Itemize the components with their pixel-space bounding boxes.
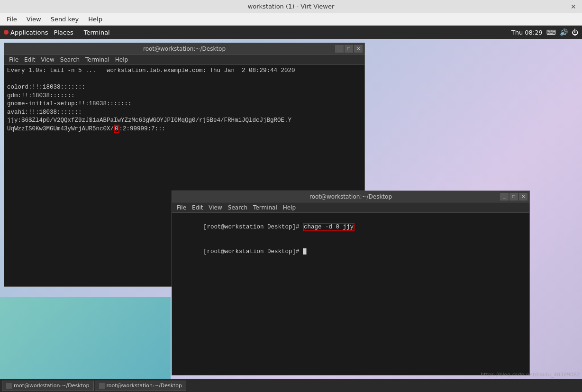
term1-line-7: UqWzzIS0Kw3MGUm43yWrjAUR5nc0X/0:2:99999:… (7, 125, 362, 134)
term1-line-5: avahi:!!:18038::::::: (7, 109, 362, 117)
term1-title-text: root@workstation:~/Desktop (143, 46, 226, 52)
gnome-top-bar: Applications Places Terminal Thu 08:29 ⌨… (0, 26, 582, 39)
power-icon[interactable]: ⏻ (572, 28, 578, 36)
term1-menu-file[interactable]: File (6, 56, 21, 63)
term1-line-6: jjy:$6$Zl4p0/V2QQxfZ9zJ$1aABPaIwYZzMc63g… (7, 117, 362, 125)
term1-line-3: gdm:!!:18038::::::: (7, 92, 362, 100)
term1-menu-search[interactable]: Search (57, 56, 82, 63)
term1-menu-terminal[interactable]: Terminal (82, 56, 112, 63)
term1-last-prefix: UqWzzIS0Kw3MGUm43yWrjAUR5nc0X/ (7, 126, 114, 132)
term1-line-1 (7, 75, 362, 84)
term1-minimize-btn[interactable]: _ (335, 45, 344, 53)
term1-menu-edit[interactable]: Edit (21, 56, 38, 63)
desktop-decoration (0, 297, 171, 392)
taskbar-icon-1 (6, 383, 12, 389)
taskbar-item-2[interactable]: root@workstation:~/Desktop (95, 381, 187, 391)
taskbar: root@workstation:~/Desktop root@workstat… (0, 379, 582, 392)
term2-cursor: █ (303, 248, 307, 255)
outer-menu-help[interactable]: Help (83, 15, 107, 24)
term2-cmd1: chage -d 0 jjy (303, 223, 355, 231)
keyboard-icon[interactable]: ⌨ (546, 28, 556, 36)
term2-menu-file[interactable]: File (174, 204, 189, 211)
term2-menu-view[interactable]: View (206, 204, 225, 211)
term2-content: [root@workstation Desktop]# chage -d 0 j… (172, 213, 529, 375)
term2-menu-edit[interactable]: Edit (189, 204, 206, 211)
term2-controls: _ □ ✕ (500, 193, 527, 201)
watermark: https://blog.csdn.net/baidu_40389082 (481, 372, 580, 378)
term2-menu-terminal[interactable]: Terminal (250, 204, 280, 211)
outer-close-button[interactable]: ✕ (571, 3, 578, 10)
term1-close-btn[interactable]: ✕ (354, 45, 363, 53)
term1-menu-bar: File Edit View Search Terminal Help (4, 55, 364, 65)
term1-title-bar[interactable]: root@workstation:~/Desktop _ □ ✕ (4, 43, 364, 55)
term1-line-4: gnome-initial-setup:!!:18038::::::: (7, 100, 362, 109)
term2-line-2: [root@workstation Desktop]# █ (175, 240, 527, 265)
term2-minimize-btn[interactable]: _ (500, 193, 509, 201)
terminal-window-2: root@workstation:~/Desktop _ □ ✕ File Ed… (172, 191, 530, 375)
clock-display: Thu 08:29 (511, 29, 543, 36)
term1-line-2: colord:!!:18038::::::: (7, 83, 362, 92)
term1-line-0: Every 1.0s: tail -n 5 ... workstation.la… (7, 67, 362, 75)
red-dot-icon (4, 30, 9, 35)
term1-maximize-btn[interactable]: □ (345, 45, 353, 53)
term1-last-suffix: :2:99999:7::: (119, 126, 166, 132)
gnome-bar-left: Applications Places Terminal (4, 29, 115, 36)
taskbar-label-2: root@workstation:~/Desktop (107, 383, 182, 389)
outer-menu-sendkey[interactable]: Send key (46, 15, 84, 24)
outer-menu-view[interactable]: View (22, 15, 46, 24)
term2-menu-help[interactable]: Help (280, 204, 299, 211)
taskbar-icon-2 (99, 383, 105, 389)
term2-close-btn[interactable]: ✕ (519, 193, 527, 201)
term2-line-1: [root@workstation Desktop]# chage -d 0 j… (175, 215, 527, 240)
term2-title-bar[interactable]: root@workstation:~/Desktop _ □ ✕ (172, 191, 529, 202)
term1-controls: _ □ ✕ (335, 45, 363, 53)
term2-menu-search[interactable]: Search (225, 204, 250, 211)
term2-prompt2: [root@workstation Desktop]# (203, 248, 300, 255)
outer-menu-bar: File View Send key Help (0, 13, 582, 26)
outer-title-bar: workstation (1) - Virt Viewer ✕ (0, 0, 582, 13)
term2-prompt1: [root@workstation Desktop]# (203, 224, 300, 230)
term2-maximize-btn[interactable]: □ (509, 193, 518, 201)
term1-menu-help[interactable]: Help (112, 56, 131, 63)
taskbar-item-1[interactable]: root@workstation:~/Desktop (2, 381, 94, 391)
term2-title-text: root@workstation:~/Desktop (309, 193, 392, 200)
gnome-bar-right: Thu 08:29 ⌨ 🔊 ⏻ (511, 28, 578, 36)
term2-menu-bar: File Edit View Search Terminal Help (172, 202, 529, 213)
term1-highlighted: 0 (114, 125, 119, 133)
term1-menu-view[interactable]: View (38, 56, 57, 63)
terminal-button[interactable]: Terminal (79, 29, 115, 36)
desktop: root@workstation:~/Desktop _ □ ✕ File Ed… (0, 39, 582, 392)
outer-title-text: workstation (1) - Virt Viewer (248, 3, 335, 10)
taskbar-label-1: root@workstation:~/Desktop (14, 383, 90, 389)
volume-icon[interactable]: 🔊 (560, 28, 568, 36)
applications-button[interactable]: Applications (4, 29, 48, 36)
places-button[interactable]: Places (49, 29, 78, 36)
applications-label: Applications (10, 29, 48, 36)
outer-menu-file[interactable]: File (2, 15, 22, 24)
